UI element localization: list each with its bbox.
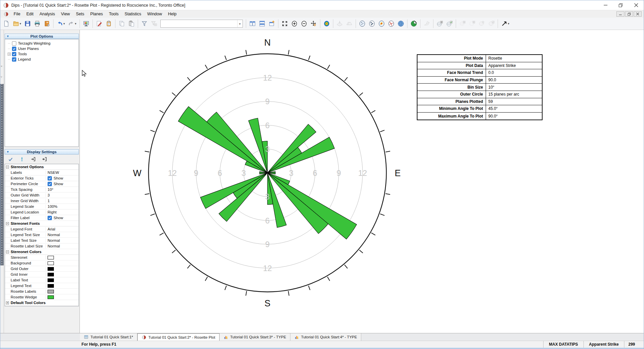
checkbox-checked-icon[interactable] bbox=[48, 176, 52, 180]
color-swatch[interactable] bbox=[48, 284, 54, 288]
child-minimize-button[interactable] bbox=[616, 11, 624, 17]
add-plane-button[interactable] bbox=[435, 19, 444, 29]
grid-row-value[interactable] bbox=[46, 267, 79, 271]
menu-item-file[interactable]: File bbox=[11, 11, 23, 17]
filter-icon[interactable]: ▿ bbox=[1, 75, 2, 79]
color-swatch[interactable] bbox=[48, 278, 54, 282]
grid-section-stereonet-fonts[interactable]: −Stereonet Fonts bbox=[5, 221, 79, 226]
collapsed-panel-tab[interactable] bbox=[0, 84, 4, 265]
menu-item-window[interactable]: Window bbox=[144, 11, 165, 17]
paste-button[interactable] bbox=[127, 19, 136, 29]
grid-row-value[interactable]: NSEW bbox=[46, 171, 79, 174]
presentation-mode-button[interactable] bbox=[81, 19, 91, 29]
tile-vertical-button[interactable] bbox=[248, 19, 257, 29]
color-swatch[interactable] bbox=[48, 261, 54, 265]
grid-row-value[interactable]: 100% bbox=[46, 204, 79, 208]
color-swatch[interactable] bbox=[48, 295, 54, 299]
grid-row-value[interactable]: Show bbox=[46, 176, 79, 180]
color-swatch[interactable] bbox=[48, 273, 54, 276]
tree-checkbox[interactable] bbox=[12, 57, 16, 62]
apply-exclaim-button[interactable] bbox=[18, 156, 26, 163]
edit-planes-button[interactable] bbox=[445, 19, 454, 29]
pan-button[interactable] bbox=[309, 19, 318, 29]
collapse-icon[interactable]: − bbox=[6, 250, 9, 253]
menu-item-analysis[interactable]: Analysis bbox=[37, 11, 58, 17]
tree-item-label[interactable]: Legend bbox=[18, 57, 31, 61]
pole-plot-button[interactable] bbox=[358, 19, 367, 29]
grid-row-value[interactable] bbox=[46, 273, 79, 276]
menu-item-planes[interactable]: Planes bbox=[87, 11, 106, 17]
child-restore-button[interactable] bbox=[625, 11, 633, 17]
grid-section-stereonet-options[interactable]: −Stereonet Options bbox=[5, 164, 79, 170]
redo-button[interactable]: ▾ bbox=[67, 19, 78, 29]
grid-section-default-tool-colors[interactable]: +Default Tool Colors bbox=[5, 300, 79, 306]
filter-combobox[interactable]: ▾ bbox=[160, 20, 243, 28]
menu-item-view[interactable]: View bbox=[58, 11, 73, 17]
undo-button[interactable]: ▾ bbox=[55, 19, 67, 29]
grid-row-value[interactable]: 10° bbox=[46, 187, 79, 191]
tile-horizontal-button[interactable] bbox=[257, 19, 267, 29]
collapse-icon[interactable]: − bbox=[6, 222, 9, 225]
grid-row-value[interactable]: 3 bbox=[46, 193, 79, 197]
grid-row-value[interactable]: Show bbox=[46, 216, 79, 220]
report-generator-button[interactable] bbox=[42, 19, 52, 29]
view-tab-2[interactable]: Tutorial 01 Quick Start:2* - Rosette Plo… bbox=[137, 333, 220, 341]
apply-check-button[interactable] bbox=[7, 156, 15, 163]
view-tab-3[interactable]: Tutorial 01 Quick Start:3* - TYPE bbox=[220, 333, 290, 341]
color-swatch[interactable] bbox=[48, 256, 54, 259]
child-close-button[interactable] bbox=[634, 11, 642, 17]
print-button[interactable] bbox=[33, 19, 42, 29]
select-tool-button[interactable]: ▾ bbox=[500, 19, 511, 29]
grid-row-value[interactable]: Normal bbox=[46, 238, 79, 242]
stereonet-options-button[interactable] bbox=[409, 19, 418, 29]
grid-row-value[interactable]: Normal bbox=[46, 233, 79, 237]
tree-item-label[interactable]: User Planes bbox=[18, 47, 39, 51]
grid-row-value[interactable]: 1 bbox=[46, 199, 79, 203]
grid-section-stereonet-colors[interactable]: −Stereonet Colors bbox=[5, 249, 79, 255]
expand-icon[interactable]: + bbox=[6, 301, 9, 304]
color-swatch[interactable] bbox=[48, 290, 54, 293]
grid-row-value[interactable]: Right bbox=[46, 210, 79, 214]
symbolic-pole-plot-button[interactable] bbox=[396, 19, 405, 29]
menu-item-edit[interactable]: Edit bbox=[23, 11, 37, 17]
close-button[interactable] bbox=[628, 0, 644, 10]
contour-preview-button[interactable] bbox=[322, 19, 331, 29]
grid-row-value[interactable]: Arial bbox=[46, 227, 79, 231]
new-window-button[interactable] bbox=[267, 19, 276, 29]
zoom-all-button[interactable] bbox=[280, 19, 289, 29]
rosette-plot-button[interactable] bbox=[387, 19, 396, 29]
edit-data-button[interactable] bbox=[94, 19, 104, 29]
grid-row-value[interactable]: Show bbox=[46, 182, 79, 186]
copy-button[interactable] bbox=[117, 19, 126, 29]
grid-row-value[interactable] bbox=[46, 261, 79, 265]
grid-row-value[interactable] bbox=[46, 256, 79, 259]
grid-row-value[interactable]: Normal bbox=[46, 244, 79, 248]
open-file-button[interactable]: ▾ bbox=[11, 19, 23, 29]
menu-item-tools[interactable]: Tools bbox=[106, 11, 121, 17]
filter-data-button[interactable] bbox=[140, 19, 149, 29]
menu-item-sets[interactable]: Sets bbox=[73, 11, 87, 17]
tree-checkbox[interactable] bbox=[12, 47, 16, 51]
collapsed-sidebar-strip[interactable]: × ▿ bbox=[0, 30, 4, 333]
restore-button[interactable] bbox=[613, 0, 628, 10]
grid-row-value[interactable] bbox=[46, 284, 79, 288]
zoom-in-button[interactable] bbox=[290, 19, 299, 29]
grid-row-value[interactable] bbox=[46, 295, 79, 299]
grid-row-value[interactable] bbox=[46, 278, 79, 282]
contour-plot-button[interactable] bbox=[377, 19, 386, 29]
tree-item-label[interactable]: Terzaghi Weighting bbox=[18, 41, 51, 45]
tree-item-label[interactable]: Tools bbox=[18, 52, 27, 56]
export-settings-button[interactable] bbox=[29, 156, 37, 163]
collapse-icon[interactable]: − bbox=[6, 166, 9, 169]
tree-expander-icon[interactable]: + bbox=[7, 52, 11, 56]
close-icon[interactable]: × bbox=[1, 65, 2, 68]
view-tab-4[interactable]: Tutorial 01 Quick Start:4* - TYPE bbox=[290, 333, 361, 341]
copy-datasheet-button[interactable] bbox=[104, 19, 113, 29]
tree-checkbox[interactable] bbox=[12, 52, 16, 56]
zoom-out-button[interactable] bbox=[299, 19, 309, 29]
checkbox-checked-icon[interactable] bbox=[48, 182, 52, 186]
color-swatch[interactable] bbox=[48, 267, 54, 271]
grid-row-value[interactable] bbox=[46, 290, 79, 293]
scatter-plot-button[interactable] bbox=[367, 19, 377, 29]
save-file-button[interactable] bbox=[23, 19, 32, 29]
